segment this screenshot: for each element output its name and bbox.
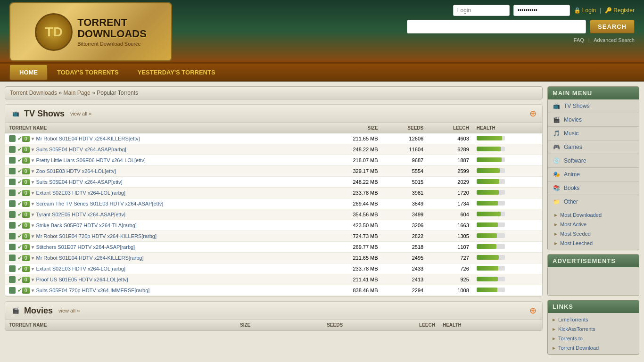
sidebar-item-software[interactable]: 💿 Software: [548, 154, 639, 168]
sidebar-games-label: Games: [564, 144, 582, 150]
header: TD TORRENT DOWNLOADS Bittorrent Download…: [0, 0, 644, 64]
logo-subtitle: Bittorrent Download Source: [77, 41, 147, 47]
search-button[interactable]: SEARCH: [590, 20, 635, 33]
vote-button[interactable]: 0: [22, 201, 30, 207]
vote-button[interactable]: 0: [22, 288, 30, 294]
games-icon: 🎮: [553, 143, 560, 151]
header-right: 🔒Login | 🔑Register SEARCH FAQ | Advanced…: [407, 5, 635, 43]
search-input[interactable]: [407, 20, 586, 33]
leech-cell: 925: [427, 274, 473, 285]
torrent-link[interactable]: Extant S02E03 HDTV x264-LOL[rarbg]: [36, 190, 125, 196]
vote-button[interactable]: 0: [22, 222, 30, 229]
torrent-link[interactable]: Stitchers S01E07 HDTV x264-ASAP[rarbg]: [36, 244, 135, 250]
vote-button[interactable]: 0: [22, 255, 30, 261]
torrent-link[interactable]: Proof US S01E05 HDTV x264-LOL[ettv]: [36, 277, 128, 282]
check-icon: ✔: [17, 211, 22, 218]
vote-button[interactable]: 0: [22, 136, 30, 142]
torrent-link[interactable]: Zoo S01E03 HDTV x264-LOL[ettv]: [36, 168, 116, 174]
table-row: ✔ 0 ▼ Zoo S01E03 HDTV x264-LOL[ettv] 329…: [5, 166, 542, 177]
tv-shows-view-all[interactable]: view all »: [70, 111, 91, 116]
leech-cell: 1720: [427, 188, 473, 198]
sidebar-most-active[interactable]: ▶ Most Active: [548, 220, 639, 229]
most-downloaded-label: Most Downloaded: [560, 212, 602, 218]
torrent-link[interactable]: Strike Back S05E07 HDTV x264-TLA[rarbg]: [36, 222, 136, 228]
torrent-link[interactable]: Suits S05E04 HDTV x264-ASAP[rarbg]: [36, 147, 126, 152]
vote-button[interactable]: 0: [22, 190, 30, 196]
vote-button[interactable]: 0: [22, 233, 30, 239]
vote-button[interactable]: 0: [22, 157, 30, 164]
link-limetorrents[interactable]: ▶ LimeTorrents: [548, 315, 639, 324]
advanced-search-link[interactable]: Advanced Search: [594, 37, 635, 43]
register-link[interactable]: 🔑Register: [605, 7, 635, 14]
vote-button[interactable]: 0: [22, 168, 30, 174]
leech-cell: 1887: [427, 155, 473, 166]
flag-icon: ▼: [31, 147, 35, 152]
leech-cell: 727: [427, 253, 473, 263]
torrent-link[interactable]: Pretty Little Liars S06E06 HDTV x264-LOL…: [36, 157, 145, 163]
health-cell: [473, 209, 542, 220]
faq-link[interactable]: FAQ: [574, 37, 584, 43]
leech-cell: 726: [427, 263, 473, 274]
torrent-link[interactable]: Mr Robot S01E04 720p HDTV x264-KILLERS[r…: [36, 233, 157, 239]
other-icon: 📁: [553, 198, 560, 206]
sidebar-item-anime[interactable]: 🎭 Anime: [548, 168, 639, 181]
torrent-name-cell: ✔ 0 ▼ Scream The TV Series S01E03 HDTV x…: [5, 198, 319, 209]
nav-home[interactable]: HOME: [9, 65, 48, 80]
sidebar-item-movies[interactable]: 🎬 Movies: [548, 113, 639, 127]
logo-area[interactable]: TD TORRENT DOWNLOADS Bittorrent Download…: [9, 2, 172, 61]
sidebar-other-label: Other: [564, 198, 578, 205]
login-input[interactable]: [453, 5, 510, 16]
breadcrumb-main[interactable]: Main Page: [63, 90, 90, 96]
torrent-name-cell: ✔ 0 ▼ Zoo S01E03 HDTV x264-LOL[ettv]: [5, 166, 319, 177]
link-torrent-download[interactable]: ▶ Torrent Download: [548, 343, 639, 353]
logo-text: TORRENT DOWNLOADS Bittorrent Download So…: [77, 17, 147, 47]
seeds-cell: 2433: [382, 263, 428, 274]
login-link[interactable]: 🔒Login: [574, 7, 596, 14]
torrent-name-cell: ✔ 0 ▼ Extant S02E03 HDTV x264-LOL[rarbg]: [5, 263, 319, 274]
torrent-link[interactable]: Extant S02E03 HDTV x264-LOL[rarbg]: [36, 266, 125, 272]
link-kickasstorrents[interactable]: ▶ KickAssTorrents: [548, 324, 639, 334]
vote-button[interactable]: 0: [22, 266, 30, 272]
seeds-cell: 2822: [382, 231, 428, 242]
table-row: ✔ 0 ▼ Mr Robot S01E04 HDTV x264-KILLERS[…: [5, 133, 542, 144]
tv-row-icon: [9, 200, 16, 207]
torrent-link[interactable]: Suits S05E04 720p HDTV x264-IMMERSE[rarb…: [36, 288, 149, 293]
breadcrumb-home[interactable]: Torrent Downloads: [10, 90, 57, 96]
nav-yesterday[interactable]: YESTERDAY'S TORRENTS: [128, 65, 225, 80]
table-row: ✔ 0 ▼ Suits S05E04 720p HDTV x264-IMMERS…: [5, 285, 542, 296]
sidebar-item-music[interactable]: 🎵 Music: [548, 127, 639, 140]
nav-today[interactable]: TODAY'S TORRENTS: [48, 65, 128, 80]
sidebar-item-games[interactable]: 🎮 Games: [548, 140, 639, 154]
vote-button[interactable]: 0: [22, 244, 30, 250]
vote-button[interactable]: 0: [22, 147, 30, 153]
vote-button[interactable]: 0: [22, 212, 30, 218]
tv-shows-rss-icon[interactable]: ⊕: [529, 108, 537, 119]
health-bar-container: [477, 255, 505, 260]
sidebar-item-books[interactable]: 📚 Books: [548, 181, 639, 195]
sidebar-most-downloaded[interactable]: ▶ Most Downloaded: [548, 210, 639, 220]
vote-button[interactable]: 0: [22, 277, 30, 283]
torrent-link[interactable]: Tyrant S02E05 HDTV x264-ASAP[ettv]: [36, 212, 125, 217]
password-input[interactable]: [513, 5, 570, 16]
sidebar-item-tvshows[interactable]: 📺 TV Shows: [548, 99, 639, 113]
health-cell: [473, 188, 542, 198]
torrent-name-cell: ✔ 0 ▼ Extant S02E03 HDTV x264-LOL[rarbg]: [5, 188, 319, 198]
torrent-link[interactable]: Mr Robot S01E04 HDTV x264-KILLERS[ettv]: [36, 136, 140, 141]
torrent-link[interactable]: Mr Robot S01E04 HDTV x264-KILLERS[rarbg]: [36, 255, 143, 261]
sidebar-item-other[interactable]: 📁 Other: [548, 195, 639, 208]
seeds-cell: 9687: [382, 155, 428, 166]
sidebar-most-leeched[interactable]: ▶ Most Leeched: [548, 239, 639, 248]
torrent-link[interactable]: Suits S05E04 HDTV x264-ASAP[ettv]: [36, 179, 122, 185]
check-icon: ✔: [17, 179, 22, 185]
flag-icon: ▼: [31, 245, 35, 250]
vote-button[interactable]: 0: [22, 179, 30, 185]
movies-col-name: TORRENT NAME: [5, 320, 183, 330]
torrent-link[interactable]: Scream The TV Series S01E03 HDTV x264-AS…: [36, 201, 163, 206]
link-torrents-to[interactable]: ▶ Torrents.to: [548, 334, 639, 343]
health-bar: [477, 277, 498, 281]
movies-view-all[interactable]: view all »: [58, 308, 80, 313]
check-icon: ✔: [17, 157, 22, 164]
movies-rss-icon[interactable]: ⊕: [529, 305, 537, 316]
flag-icon: ▼: [31, 288, 35, 293]
sidebar-most-seeded[interactable]: ▶ Most Seeded: [548, 229, 639, 239]
